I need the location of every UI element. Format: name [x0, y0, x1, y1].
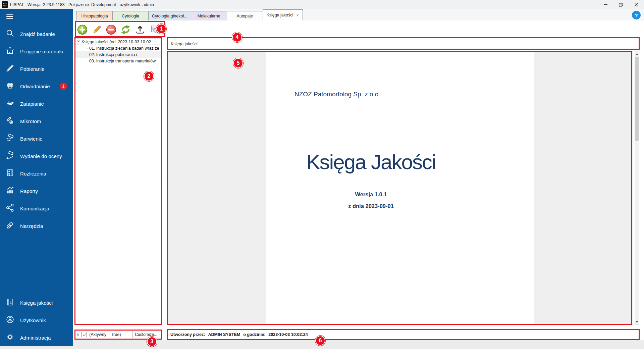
user-icon [6, 315, 14, 325]
close-button[interactable] [629, 0, 644, 9]
tree-connector: ·· [86, 59, 88, 63]
pen-nib-icon [6, 221, 14, 231]
document-tree: Księga jakości (od: 2023-10-03 10:02 ··0… [75, 38, 162, 325]
tab-label: Histopatologia [81, 14, 108, 18]
microtome-icon [6, 116, 14, 126]
add-button[interactable] [76, 24, 88, 35]
refresh-button[interactable] [120, 24, 131, 35]
sidebar-item-mikrotom[interactable]: Mikrotom [0, 112, 73, 130]
tree-node-03[interactable]: ··03. Instrukcja transportu materiałów [75, 58, 161, 64]
tree-node-01[interactable]: ··01. Instrukcja zlecania badań wraz ze [75, 45, 161, 51]
sidebar-item-uzytkownik[interactable]: Użytkownik [0, 311, 73, 329]
created-by-value: ADMIN SYSTEM [208, 332, 240, 337]
tab-autopsje[interactable]: Autopsje [227, 11, 263, 20]
sidebar-item-label: Przyjęcie materiału [20, 49, 63, 54]
app-logo-text-top: LIS [3, 2, 6, 5]
created-time-value: 2023-10-03 10:02:24 [268, 332, 308, 337]
calculator-icon [6, 168, 14, 179]
sidebar-item-label: Mikrotom [20, 118, 41, 124]
slide-handout-icon [6, 151, 14, 161]
sidebar-item-rozliczenia[interactable]: Rozliczenia [0, 165, 73, 182]
sidebar-item-narzedzia[interactable]: Narzędzia [0, 217, 73, 235]
menu-toggle-button[interactable] [0, 9, 73, 25]
panel-splitter[interactable] [163, 38, 167, 325]
tab-molekularne[interactable]: Molekularne [191, 11, 227, 20]
organization-name: NZOZ Patomorfolog Sp. z o.o. [294, 91, 380, 98]
restore-button[interactable] [613, 0, 629, 9]
minimize-button[interactable] [598, 0, 613, 9]
chevron-down-icon[interactable] [76, 39, 80, 44]
edit-button[interactable] [91, 24, 102, 35]
scrollbar-thumb[interactable] [635, 57, 639, 141]
sidebar-item-administracja[interactable]: Administracja [0, 329, 73, 346]
tree-root-node[interactable]: Księga jakości (od: 2023-10-03 10:02 [75, 39, 161, 45]
title-bar: LIS PAT LISPAT - Wersja: 2.23.9.1183 - P… [0, 0, 644, 9]
sidebar-item-label: Wydanie do oceny [20, 153, 62, 159]
tree-connector: ·· [86, 47, 88, 50]
app-logo: LIS PAT [2, 1, 8, 8]
sidebar-item-barwienie[interactable]: Barwienie [0, 130, 73, 147]
main-content: Księga jakości (od: 2023-10-03 10:02 ··0… [73, 20, 644, 340]
sidebar-item-label: Księga jakości [20, 300, 53, 306]
filter-clear-icon[interactable]: × [76, 332, 79, 337]
created-by-label: Utworzony przez: [170, 332, 205, 337]
sidebar-item-znajdz-badanie[interactable]: Znajdź badanie [0, 25, 73, 43]
sidebar-item-ksiega-jakosci[interactable]: Księga jakości [0, 294, 73, 311]
cassette-icon [6, 99, 14, 109]
vertical-scrollbar[interactable] [635, 51, 639, 325]
document-viewer: NZOZ Patomorfolog Sp. z o.o. Księga Jako… [167, 51, 633, 325]
preview-button[interactable] [149, 24, 160, 35]
staining-icon [6, 134, 14, 144]
sidebar-item-label: Znajdź badanie [20, 31, 55, 37]
sidebar-item-odwadnianie[interactable]: Odwadnianie 1 [0, 78, 73, 95]
tree-connector: ·· [86, 53, 88, 56]
document-version: Wersja 1.0.1 [266, 191, 476, 198]
tab-label: Cytologia ginekol... [152, 14, 187, 18]
sidebar-item-label: Użytkownik [20, 317, 46, 323]
sidebar-item-przyjecie-materialu[interactable]: Przyjęcie materiału [0, 43, 73, 60]
tab-label: Autopsje [236, 14, 253, 18]
delete-button[interactable] [105, 24, 117, 35]
sidebar-item-label: Odwadnianie [20, 84, 50, 89]
tab-close-icon[interactable]: × [296, 13, 299, 17]
help-button[interactable]: ? [632, 11, 641, 19]
sidebar: Znajdź badanie Przyjęcie materiału Pobie… [0, 9, 73, 346]
document-date: z dnia 2023-09-01 [266, 203, 476, 209]
sidebar-item-pobieranie[interactable]: Pobieranie [0, 60, 73, 78]
sidebar-item-zatapianie[interactable]: Zatapianie [0, 95, 73, 112]
tab-histopatologia[interactable]: Histopatologia [76, 11, 113, 20]
sidebar-item-label: Rozliczenia [20, 171, 46, 177]
created-time-label: o godzinie: [243, 332, 265, 337]
document-status-bar: Utworzony przez: ADMIN SYSTEM o godzinie… [167, 329, 639, 340]
tab-cytologia[interactable]: Cytologia [112, 11, 149, 20]
tree-node-label: 01. Instrukcja zlecania badań wraz ze [89, 46, 159, 51]
hamburger-icon [5, 12, 14, 22]
scalpel-icon [6, 64, 14, 74]
tab-label: Molekularne [198, 14, 220, 18]
tree-node-label: 03. Instrukcja transportu materiałów [89, 59, 156, 63]
tab-cytologia-ginekologiczna[interactable]: Cytologia ginekol... [148, 11, 191, 20]
filter-checkbox[interactable] [82, 332, 87, 337]
chart-icon [6, 186, 14, 196]
sidebar-item-label: Narzędzia [20, 223, 43, 229]
customize-button[interactable]: Customize... [132, 331, 160, 338]
filter-bar: × (Aktywny = True) Customize... [75, 330, 162, 339]
tree-node-02[interactable]: ··02. Instrukcja pobierania i [75, 51, 161, 58]
gear-icon [6, 333, 14, 343]
sidebar-item-komunikacja[interactable]: Komunikacja [0, 200, 73, 217]
scroll-down-arrow[interactable] [635, 319, 639, 324]
sidebar-item-label: Administracja [20, 335, 51, 341]
sidebar-item-wydanie-do-oceny[interactable]: Wydanie do oceny [0, 147, 73, 165]
window-title: LISPAT - Wersja: 2.23.9.1183 - Połączeni… [10, 2, 154, 7]
tree-node-label: 02. Instrukcja pobierania i [89, 52, 137, 57]
tab-ksiega-jakosci[interactable]: Księga jakości × [263, 9, 303, 20]
tab-label: Cytologia [122, 14, 139, 18]
scroll-up-arrow[interactable] [635, 52, 639, 56]
sidebar-item-raporty[interactable]: Raporty [0, 182, 73, 200]
sidebar-item-label: Barwienie [20, 136, 43, 142]
receive-box-icon [6, 46, 14, 56]
upload-button[interactable] [134, 24, 146, 35]
share-icon [6, 203, 14, 213]
search-icon [6, 29, 14, 39]
notification-badge: 1 [60, 83, 67, 90]
